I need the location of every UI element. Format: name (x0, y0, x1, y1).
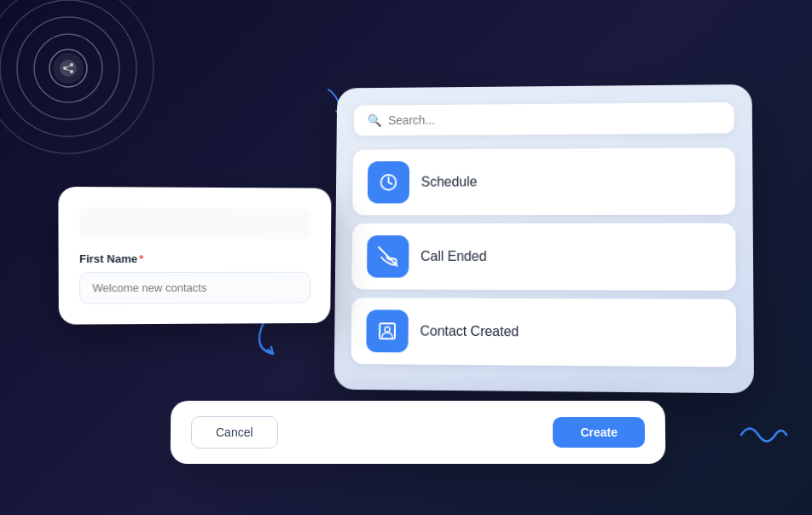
phone-off-icon (378, 246, 398, 267)
first-name-input[interactable] (79, 272, 310, 304)
actions-card: Cancel Create (171, 401, 666, 464)
trigger-item-call-ended[interactable]: Call Ended (351, 223, 735, 291)
search-bar[interactable]: 🔍 (353, 101, 735, 136)
form-top-field (79, 207, 311, 239)
trigger-selector-card: 🔍 Schedule (334, 84, 754, 393)
required-asterisk: * (139, 252, 143, 265)
cancel-button[interactable]: Cancel (191, 416, 278, 448)
form-card: First Name* (58, 187, 331, 325)
schedule-icon-bg (368, 161, 409, 203)
first-name-label: First Name* (79, 252, 310, 265)
call-ended-label: Call Ended (420, 249, 486, 264)
svg-point-15 (385, 327, 390, 332)
trigger-list: Schedule Call Ended (351, 148, 737, 367)
schedule-label: Schedule (421, 175, 478, 190)
squiggle-decoration (737, 418, 788, 455)
trigger-item-contact-created[interactable]: Contact Created (351, 298, 737, 367)
call-ended-icon-bg (367, 235, 409, 278)
circles-decoration (0, 0, 162, 162)
contact-icon (377, 321, 397, 341)
scene: 🔍 Schedule (0, 0, 812, 515)
create-button[interactable]: Create (553, 417, 645, 448)
svg-point-6 (60, 60, 77, 77)
contact-created-label: Contact Created (420, 324, 519, 340)
search-input[interactable] (388, 111, 720, 127)
search-icon: 🔍 (368, 113, 382, 127)
clock-icon (379, 172, 399, 193)
contact-created-icon-bg (366, 310, 409, 352)
trigger-item-schedule[interactable]: Schedule (352, 148, 735, 215)
